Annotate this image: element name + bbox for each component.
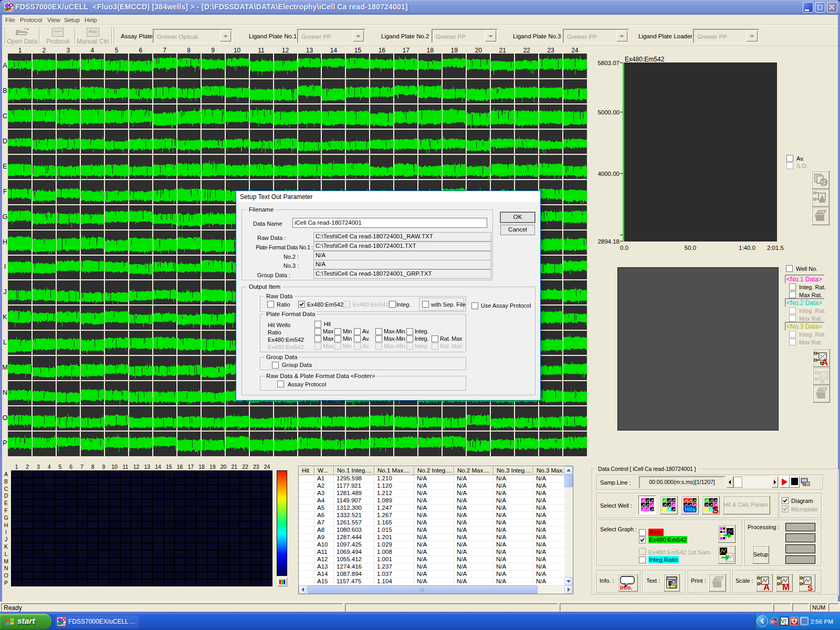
svg-text:c: c <box>784 622 786 625</box>
svg-text:S: S <box>807 583 813 591</box>
svg-text:S: S <box>712 504 719 514</box>
svg-text:A: A <box>822 358 828 366</box>
svg-text:FDSS: FDSS <box>6 8 13 12</box>
svg-text:A: A <box>763 582 770 591</box>
svg-text:Hits: Hits <box>685 506 696 512</box>
svg-text:FDSS: FDSS <box>59 623 66 626</box>
svg-text:Info.: Info. <box>620 584 632 591</box>
svg-text:M: M <box>782 582 790 591</box>
